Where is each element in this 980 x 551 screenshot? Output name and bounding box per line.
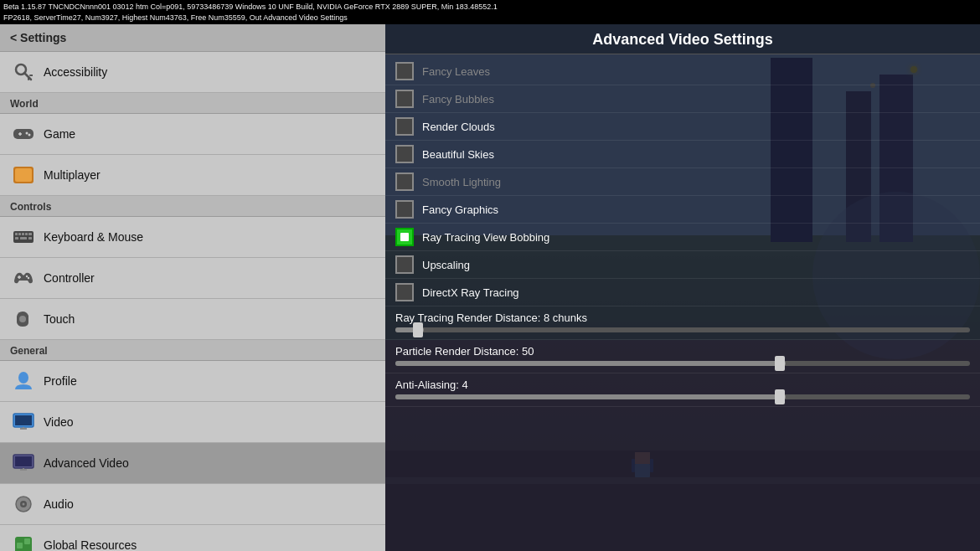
- back-button[interactable]: < Settings: [0, 24, 385, 52]
- toggle-row-beautiful-skies[interactable]: Beautiful Skies: [385, 141, 980, 168]
- fancy-bubbles-label: Fancy Bubbles: [422, 93, 494, 106]
- back-label: < Settings: [10, 31, 66, 44]
- beautiful-skies-toggle[interactable]: [395, 145, 414, 163]
- upscaling-label: Upscaling: [422, 259, 470, 271]
- ray-tracing-view-bobbing-toggle[interactable]: [395, 228, 414, 246]
- profile-icon: [12, 369, 35, 393]
- sidebar-item-video[interactable]: Video: [0, 402, 385, 443]
- particle-render-distance-label: Particle Render Distance: 50: [395, 345, 970, 358]
- fancy-leaves-label: Fancy Leaves: [422, 65, 490, 78]
- toggle-row-smooth-lighting[interactable]: Smooth Lighting: [385, 168, 980, 196]
- svg-point-8: [28, 134, 31, 136]
- controls-section-header: Controls: [0, 196, 385, 217]
- smooth-lighting-toggle[interactable]: [395, 173, 414, 191]
- fancy-graphics-toggle[interactable]: [395, 200, 414, 219]
- directx-ray-tracing-label: DirectX Ray Tracing: [422, 286, 519, 299]
- ray-tracing-render-distance-label: Ray Tracing Render Distance: 8 chunks: [395, 312, 970, 324]
- svg-rect-13: [18, 233, 21, 235]
- keyboard-icon: [12, 225, 35, 249]
- smooth-lighting-label: Smooth Lighting: [422, 176, 501, 188]
- sidebar-item-controller[interactable]: Controller: [0, 258, 385, 299]
- audio-label: Audio: [44, 497, 74, 511]
- sidebar-item-accessibility[interactable]: Accessibility: [0, 52, 385, 93]
- toggle-row-ray-tracing-view-bobbing[interactable]: Ray Tracing View Bobbing: [385, 224, 980, 251]
- touch-label: Touch: [44, 312, 75, 326]
- advanced-video-icon: [12, 451, 35, 475]
- svg-point-24: [19, 316, 26, 322]
- svg-point-25: [18, 372, 28, 384]
- global-resources-label: Global Resources: [44, 538, 137, 551]
- upscaling-toggle[interactable]: [395, 255, 414, 274]
- gamepad-icon: [12, 122, 35, 146]
- svg-rect-14: [22, 233, 24, 235]
- advanced-video-label: Advanced Video: [44, 456, 129, 470]
- directx-ray-tracing-toggle[interactable]: [395, 283, 414, 301]
- anti-aliasing-thumb[interactable]: [775, 389, 785, 404]
- svg-rect-18: [20, 237, 27, 239]
- sidebar-item-advanced-video[interactable]: Advanced Video: [0, 443, 385, 484]
- debug-line-2: FP2618, ServerTime27, Num3927, Highest N…: [3, 13, 977, 23]
- svg-point-7: [26, 132, 28, 135]
- world-section-header: World: [0, 93, 385, 114]
- ray-tracing-view-bobbing-label: Ray Tracing View Bobbing: [422, 231, 549, 244]
- monitor-icon: [12, 410, 35, 434]
- sidebar: < Settings Accessibility World Game Mult…: [0, 24, 385, 551]
- toggle-row-upscaling[interactable]: Upscaling: [385, 251, 980, 279]
- sidebar-item-global-resources[interactable]: Global Resources: [0, 525, 385, 551]
- svg-rect-17: [15, 237, 18, 239]
- toggle-row-render-clouds[interactable]: Render Clouds: [385, 113, 980, 141]
- fancy-bubbles-toggle[interactable]: [395, 90, 414, 108]
- sidebar-item-game[interactable]: Game: [0, 114, 385, 155]
- ray-tracing-render-distance-row: Ray Tracing Render Distance: 8 chunks: [385, 306, 980, 340]
- particle-render-distance-track[interactable]: [395, 361, 970, 366]
- fancy-graphics-label: Fancy Graphics: [422, 203, 498, 216]
- sidebar-item-profile[interactable]: Profile: [0, 361, 385, 402]
- fancy-leaves-toggle[interactable]: [395, 62, 414, 80]
- right-panel: Advanced Video Settings Fancy Leaves Fan…: [385, 24, 980, 551]
- svg-point-36: [23, 503, 25, 506]
- svg-rect-12: [15, 233, 18, 235]
- svg-rect-15: [25, 233, 28, 235]
- settings-panel: Advanced Video Settings Fancy Leaves Fan…: [385, 24, 980, 551]
- svg-rect-38: [17, 543, 23, 548]
- ray-tracing-render-distance-track[interactable]: [395, 327, 970, 332]
- debug-line-1: Beta 1.15.87 TNCNDCNnnn001 03012 htm Col…: [3, 2, 977, 13]
- accessibility-label: Accessibility: [44, 65, 107, 79]
- debug-bar: Beta 1.15.87 TNCNDCNnnn001 03012 htm Col…: [0, 0, 980, 24]
- svg-rect-16: [28, 233, 32, 235]
- controller-icon: [12, 266, 35, 290]
- toggle-row-fancy-leaves[interactable]: Fancy Leaves: [385, 58, 980, 85]
- key-icon: [12, 60, 35, 84]
- ray-tracing-render-distance-thumb[interactable]: [413, 322, 423, 337]
- svg-rect-4: [13, 129, 34, 139]
- touch-icon: [12, 307, 35, 331]
- sidebar-item-multiplayer[interactable]: Multiplayer: [0, 155, 385, 196]
- sidebar-item-audio[interactable]: Audio: [0, 484, 385, 525]
- game-label: Game: [44, 127, 75, 141]
- sidebar-item-keyboard[interactable]: Keyboard & Mouse: [0, 217, 385, 258]
- controller-label: Controller: [44, 271, 95, 285]
- anti-aliasing-label: Anti-Aliasing: 4: [395, 378, 970, 391]
- anti-aliasing-track[interactable]: [395, 394, 970, 399]
- render-clouds-toggle[interactable]: [395, 117, 414, 136]
- toggle-row-fancy-bubbles[interactable]: Fancy Bubbles: [385, 85, 980, 113]
- multiplayer-label: Multiplayer: [44, 168, 101, 182]
- global-resources-icon: [12, 533, 35, 551]
- svg-point-22: [26, 276, 28, 277]
- toggle-row-fancy-graphics[interactable]: Fancy Graphics: [385, 196, 980, 224]
- sidebar-item-touch[interactable]: Touch: [0, 299, 385, 340]
- particle-render-distance-thumb[interactable]: [775, 356, 785, 371]
- audio-icon: [12, 492, 35, 516]
- video-label: Video: [44, 415, 74, 429]
- svg-rect-10: [15, 168, 32, 182]
- multiplayer-icon: [12, 163, 35, 187]
- profile-label: Profile: [44, 374, 77, 388]
- settings-scroll[interactable]: Fancy Leaves Fancy Bubbles Render Clouds…: [385, 54, 980, 551]
- toggle-row-directx-ray-tracing[interactable]: DirectX Ray Tracing: [385, 279, 980, 306]
- general-section-header: General: [0, 340, 385, 361]
- settings-title: Advanced Video Settings: [385, 24, 980, 54]
- keyboard-label: Keyboard & Mouse: [44, 230, 143, 244]
- particle-render-distance-row: Particle Render Distance: 50: [385, 340, 980, 373]
- anti-aliasing-row: Anti-Aliasing: 4: [385, 373, 980, 407]
- beautiful-skies-label: Beautiful Skies: [422, 148, 494, 161]
